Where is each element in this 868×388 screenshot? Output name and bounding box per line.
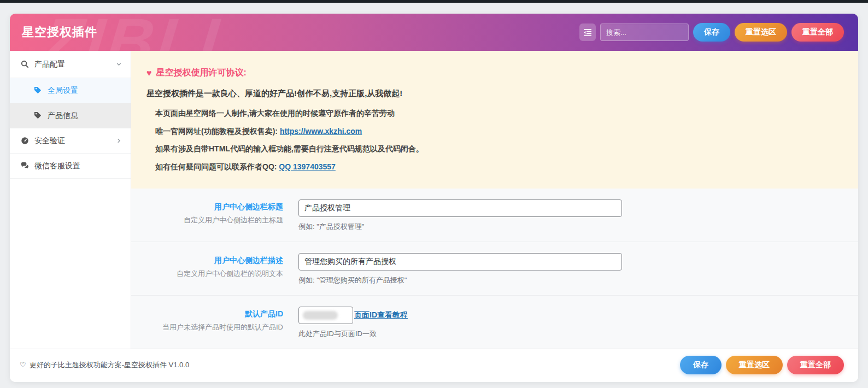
sidebar-title-input[interactable] — [298, 199, 622, 217]
notice-lead: 星空授权插件是一款良心、厚道的好产品!创作不易,支持正版,从我做起! — [146, 89, 842, 99]
dashboard-icon — [21, 137, 29, 145]
notice-line-4: 如有任何疑问问题可以联系作者QQ: QQ 1397403557 — [155, 161, 842, 173]
tag-icon — [34, 111, 42, 120]
notice-line-1: 本页面由星空网络一人制作,请大家在使用的时候遵守原作者的辛苦劳动 — [155, 108, 842, 120]
field-helper: 此处产品ID与页面ID一致 — [298, 329, 858, 339]
footer-save-button[interactable]: 保存 — [680, 356, 722, 374]
sidebar-item-product-config[interactable]: 产品配置 — [10, 51, 131, 78]
chevron-down-icon — [116, 61, 122, 67]
search-icon — [21, 60, 29, 68]
form-row-sidebar-title: 用户中心侧边栏标题 自定义用户中心侧边栏的主标题 例如: "产品授权管理" — [131, 189, 858, 242]
field-column: 页面ID查看教程 此处产品ID与页面ID一致 — [291, 307, 858, 339]
panel-footer: ♡ 更好的子比主题授权功能方案-星空授权插件 V1.0.0 保存 重置选区 重置… — [10, 349, 858, 382]
field-column: 例如: "产品授权管理" — [291, 199, 858, 232]
search-input[interactable] — [600, 23, 689, 41]
field-label: 用户中心侧边栏标题 — [137, 202, 283, 213]
heart-outline-icon: ♡ — [20, 361, 26, 369]
field-sublabel: 当用户未选择产品时使用的默认产品ID — [137, 322, 283, 332]
outdent-menu-button[interactable] — [579, 23, 596, 41]
outdent-icon — [583, 28, 592, 37]
default-product-id-input[interactable] — [298, 307, 353, 324]
page-title: 星空授权插件 — [22, 24, 97, 40]
sidebar-item-label: 产品信息 — [48, 111, 122, 121]
notice-line-4-text: 如有任何疑问问题可以联系作者QQ: — [155, 162, 279, 171]
panel-header: ZIBLL 星空授权插件 保存 重置选区 — [10, 14, 858, 51]
field-sublabel: 自定义用户中心侧边栏的主标题 — [137, 215, 283, 225]
sidebar-item-label: 微信客服设置 — [34, 161, 122, 171]
notice-line-2: 唯一官网网址(功能教程及授权售卖): https://www.xkzhi.com — [155, 126, 842, 138]
form-rows: 用户中心侧边栏标题 自定义用户中心侧边栏的主标题 例如: "产品授权管理" — [131, 189, 858, 349]
field-helper: 例如: "管理您购买的所有产品授权" — [298, 275, 858, 285]
footer-credit-text: 更好的子比主题授权功能方案-星空授权插件 V1.0.0 — [30, 360, 190, 370]
notice-title: ♥ 星空授权使用许可协议: — [146, 67, 842, 79]
field-sublabel: 自定义用户中心侧边栏的说明文本 — [137, 269, 283, 279]
field-column: 例如: "管理您购买的所有产品授权" — [291, 253, 858, 285]
sidebar-item-label: 安全验证 — [34, 136, 110, 146]
qq-contact-link[interactable]: QQ 1397403557 — [279, 162, 336, 171]
sidebar-item-product-info[interactable]: 产品信息 — [10, 103, 131, 128]
field-label: 默认产品ID — [137, 309, 283, 320]
comments-icon — [21, 162, 29, 170]
field-label: 用户中心侧边栏描述 — [137, 255, 283, 266]
form-row-sidebar-desc: 用户中心侧边栏描述 自定义用户中心侧边栏的说明文本 例如: "管理您购买的所有产… — [131, 242, 858, 296]
sidebar-item-security-verify[interactable]: 安全验证 — [10, 128, 131, 154]
license-notice: ♥ 星空授权使用许可协议: 星空授权插件是一款良心、厚道的好产品!创作不易,支持… — [131, 51, 858, 189]
footer-reset-section-button[interactable]: 重置选区 — [726, 356, 783, 374]
notice-title-text: 星空授权使用许可协议: — [156, 67, 247, 79]
field-helper: 例如: "产品授权管理" — [298, 222, 858, 232]
sidebar-item-global-settings[interactable]: 全局设置 — [10, 78, 131, 103]
notice-line-3: 如果有涉及自带HTML代码的输入框功能,需要自行注意代码规范以及代码闭合。 — [155, 143, 842, 155]
sidebar-item-label: 产品配置 — [34, 60, 110, 69]
tag-icon — [34, 86, 42, 95]
panel-body: 产品配置 全局设置 产品信息 — [10, 51, 858, 349]
reset-all-button[interactable]: 重置全部 — [791, 23, 844, 42]
reset-section-button[interactable]: 重置选区 — [735, 23, 787, 42]
content-area: ♥ 星空授权使用许可协议: 星空授权插件是一款良心、厚道的好产品!创作不易,支持… — [131, 51, 858, 349]
chevron-right-icon — [116, 138, 122, 144]
sidebar: 产品配置 全局设置 产品信息 — [10, 51, 131, 349]
footer-reset-all-button[interactable]: 重置全部 — [787, 356, 844, 374]
save-button[interactable]: 保存 — [693, 23, 730, 42]
label-column: 用户中心侧边栏标题 自定义用户中心侧边栏的主标题 — [131, 199, 291, 232]
footer-credit: ♡ 更好的子比主题授权功能方案-星空授权插件 V1.0.0 — [20, 360, 189, 370]
label-column: 用户中心侧边栏描述 自定义用户中心侧边栏的说明文本 — [131, 253, 291, 285]
sidebar-item-label: 全局设置 — [48, 86, 122, 96]
notice-line-2-text: 唯一官网网址(功能教程及授权售卖): — [155, 127, 280, 136]
label-column: 默认产品ID 当用户未选择产品时使用的默认产品ID — [131, 307, 291, 339]
page-id-tutorial-link[interactable]: 页面ID查看教程 — [354, 310, 408, 320]
form-row-default-product-id: 默认产品ID 当用户未选择产品时使用的默认产品ID 页面ID查看教程 — [131, 296, 858, 349]
sidebar-item-wechat-service[interactable]: 微信客服设置 — [10, 154, 131, 179]
footer-toolbar: 保存 重置选区 重置全部 — [680, 356, 844, 374]
sidebar-desc-input[interactable] — [298, 253, 622, 271]
heart-icon: ♥ — [146, 68, 152, 78]
settings-page: ZIBLL 星空授权插件 保存 重置选区 — [0, 3, 868, 382]
header-toolbar: 保存 重置选区 重置全部 — [579, 23, 844, 42]
official-site-link[interactable]: https://www.xkzhi.com — [280, 127, 362, 136]
plugin-panel: ZIBLL 星空授权插件 保存 重置选区 — [10, 14, 858, 382]
